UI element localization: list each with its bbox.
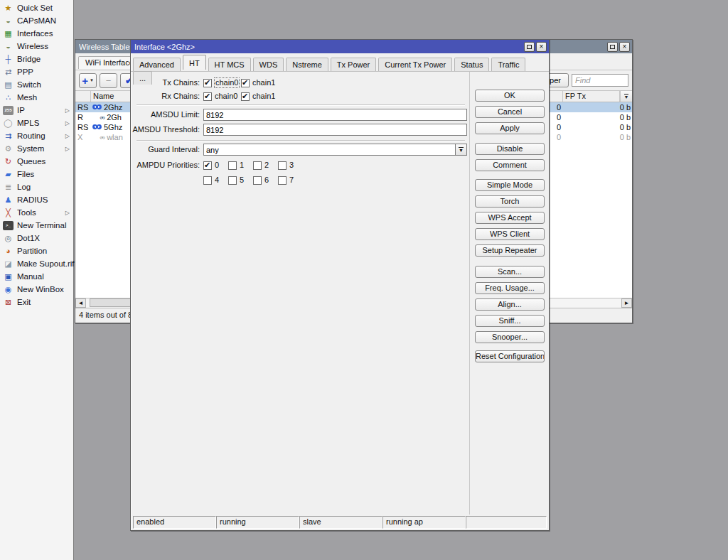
dropdown-button[interactable]: ▼: [455, 144, 467, 156]
scan-button[interactable]: Scan...: [475, 266, 545, 278]
tab-traffic[interactable]: Traffic: [491, 58, 525, 71]
column-header-fp-tx[interactable]: FP Tx: [563, 91, 620, 102]
add-button[interactable]: + ▼: [79, 73, 97, 88]
rx-chain-chain0-checkbox[interactable]: ✔chain0: [203, 92, 237, 101]
scroll-right-icon[interactable]: ►: [621, 298, 632, 308]
ampdu-1-checkbox[interactable]: 1: [228, 161, 244, 170]
sidebar-item-queues[interactable]: ↻Queues: [0, 155, 73, 168]
sidebar-item-system[interactable]: ⚙System▷: [0, 142, 73, 155]
ampdu-0-checkbox[interactable]: ✔0: [203, 161, 219, 170]
dialog-status-cell: running: [216, 516, 299, 529]
submenu-arrow-icon: ▷: [65, 120, 70, 126]
tx-chain-chain0-checkbox[interactable]: ✔chain0: [203, 78, 239, 87]
apply-button[interactable]: Apply: [475, 122, 545, 134]
checkbox-label: chain1: [252, 92, 275, 101]
disable-button[interactable]: Disable: [475, 143, 545, 155]
sidebar-item-wireless[interactable]: ◒Wireless: [0, 40, 73, 53]
checkbox-box: [228, 161, 237, 170]
ampdu-2-checkbox[interactable]: 2: [253, 161, 269, 170]
sidebar-item-manual[interactable]: ▣Manual: [0, 270, 73, 283]
wps-accept-button[interactable]: WPS Accept: [475, 212, 545, 224]
check-icon: ✔: [242, 92, 248, 101]
sidebar-item-radius[interactable]: ♟RADIUS: [0, 193, 73, 206]
maximize-icon[interactable]: [607, 42, 618, 52]
amsdu-limit-field[interactable]: [203, 109, 467, 121]
tab-nstreme[interactable]: Nstreme: [286, 58, 328, 71]
chevron-down-icon: ▼: [90, 78, 94, 82]
sidebar-item-mesh[interactable]: ∴Mesh: [0, 91, 73, 104]
sidebar-item-log[interactable]: ≣Log: [0, 181, 73, 193]
ok-button[interactable]: OK: [475, 90, 545, 102]
wifi-interface-icon: [92, 103, 102, 112]
tab-current-tx-power[interactable]: Current Tx Power: [378, 58, 452, 71]
sidebar-item-switch[interactable]: ▤Switch: [0, 78, 73, 91]
maximize-icon[interactable]: [524, 42, 535, 52]
column-filter-button[interactable]: ▼: [620, 91, 632, 102]
ampdu-4-checkbox[interactable]: 4: [203, 176, 219, 185]
sidebar-item-ip[interactable]: 255IP▷: [0, 104, 73, 117]
simple-mode-button[interactable]: Simple Mode: [475, 179, 545, 191]
guard-interval-field[interactable]: [203, 144, 455, 156]
exit-icon: ⊠: [3, 298, 14, 307]
checkbox-label: 2: [264, 161, 269, 170]
sidebar-item-label: Interfaces: [17, 29, 53, 38]
snooper-button[interactable]: Snooper...: [475, 331, 545, 343]
ampdu-7-checkbox[interactable]: 7: [278, 176, 294, 185]
checkbox-box: [278, 161, 287, 170]
find-input[interactable]: [572, 74, 628, 87]
tx-chain-chain1-checkbox[interactable]: ✔chain1: [241, 78, 275, 87]
comment-button[interactable]: Comment: [475, 159, 545, 171]
align-button[interactable]: Align...: [475, 298, 545, 311]
remove-button[interactable]: −: [100, 73, 117, 88]
dropdown-icon: ▼: [459, 147, 464, 153]
guard-interval-select[interactable]: ▼: [203, 144, 467, 156]
sidebar-item-files[interactable]: ▰Files: [0, 168, 73, 181]
sidebar-item-dot1x[interactable]: ◎Dot1X: [0, 232, 73, 244]
sidebar-item-label: New WinBox: [17, 285, 64, 294]
sidebar-item-exit[interactable]: ⊠Exit: [0, 296, 73, 308]
sidebar-item-tools[interactable]: ╳Tools▷: [0, 206, 73, 219]
sidebar-item-interfaces[interactable]: ▦Interfaces: [0, 27, 73, 40]
dialog-status-bar: enabledrunningslaverunning ap: [133, 516, 547, 529]
sidebar-item-partition[interactable]: ◕Partition: [0, 244, 73, 257]
sidebar-item-label: Bridge: [17, 55, 41, 63]
sidebar-item-routing[interactable]: ⇉Routing▷: [0, 129, 73, 142]
sidebar-item-ppp[interactable]: ⇄PPP: [0, 65, 73, 78]
tab-wds[interactable]: WDS: [253, 58, 284, 71]
tab-ht-mcs[interactable]: HT MCS: [208, 58, 251, 71]
submenu-arrow-icon: ▷: [65, 146, 70, 152]
sniff-button[interactable]: Sniff...: [475, 315, 545, 327]
rx-chain-chain1-checkbox[interactable]: ✔chain1: [241, 92, 275, 101]
close-icon[interactable]: ×: [536, 42, 547, 52]
checkbox-box: ✔: [203, 79, 212, 87]
dialog-titlebar[interactable]: Interface <2Ghz> ×: [131, 40, 549, 53]
sidebar-item-quick-set[interactable]: ★Quick Set: [0, 1, 73, 14]
row-name-text: 2Ghz: [104, 103, 122, 112]
wps-client-button[interactable]: WPS Client: [475, 228, 545, 240]
sidebar-item-capsman[interactable]: ◒CAPsMAN: [0, 14, 73, 27]
ampdu-3-checkbox[interactable]: 3: [278, 161, 294, 170]
tab-status[interactable]: Status: [454, 58, 489, 71]
sidebar-item-mpls[interactable]: ◯MPLS▷: [0, 117, 73, 129]
sidebar-item-label: Manual: [17, 272, 44, 281]
tab-tx-power[interactable]: Tx Power: [331, 58, 376, 71]
tab-advanced[interactable]: Advanced: [133, 58, 181, 71]
amsdu-threshold-field[interactable]: [203, 124, 467, 136]
scroll-left-icon[interactable]: ◄: [75, 298, 86, 308]
queues-icon: ↻: [3, 157, 14, 166]
tab-ht[interactable]: HT: [183, 55, 206, 70]
reset-configuration-button[interactable]: Reset Configuration: [475, 350, 545, 362]
sidebar-item-new-terminal[interactable]: >_New Terminal: [0, 219, 73, 232]
setup-repeater-button[interactable]: Setup Repeater: [475, 244, 545, 257]
cancel-button[interactable]: Cancel: [475, 106, 545, 118]
checkbox-label: chain0: [215, 78, 239, 87]
close-icon[interactable]: ×: [619, 42, 630, 52]
sidebar-item-new-winbox[interactable]: ◉New WinBox: [0, 283, 73, 296]
freq-usage-button[interactable]: Freq. Usage...: [475, 282, 545, 294]
ampdu-6-checkbox[interactable]: 6: [253, 176, 269, 185]
ampdu-5-checkbox[interactable]: 5: [228, 176, 244, 185]
sidebar-item-make-supout-rif[interactable]: ◪Make Supout.rif: [0, 257, 73, 270]
column-header-flags[interactable]: [75, 91, 91, 102]
sidebar-item-bridge[interactable]: ┼Bridge: [0, 53, 73, 65]
torch-button[interactable]: Torch: [475, 195, 545, 208]
